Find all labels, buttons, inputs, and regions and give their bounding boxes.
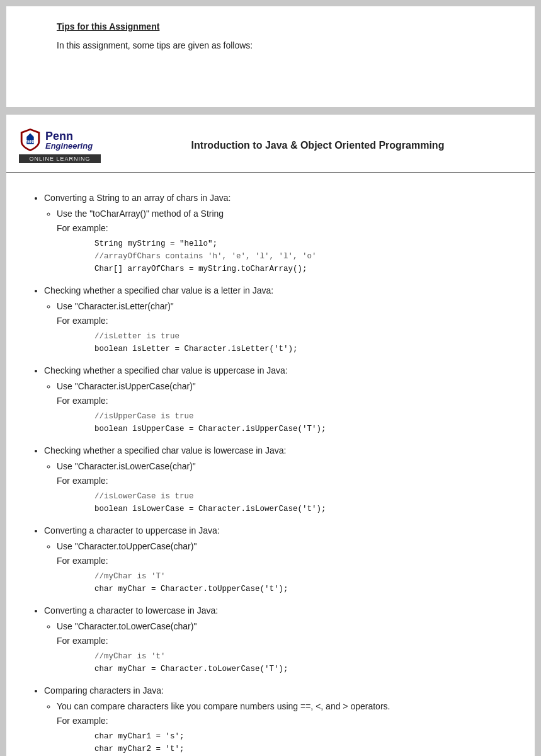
top-card: Tips for this Assignment In this assignm… — [6, 6, 535, 107]
penn-text: Penn Engineering — [45, 130, 93, 150]
tip-text: Comparing characters in Java: — [44, 685, 164, 696]
tip-text: Converting a String to an array of chars… — [44, 193, 231, 203]
sub-list: Use "Character.toUpperCase(char)" For ex… — [44, 540, 503, 595]
code-block: //isLowerCase is true boolean isLowerCas… — [94, 490, 503, 515]
list-item: Use "Character.toLowerCase(char)" For ex… — [57, 620, 503, 675]
code-block: //isLetter is true boolean isLetter = Ch… — [94, 330, 503, 355]
list-item: Use "Character.toUpperCase(char)" For ex… — [57, 540, 503, 595]
tip-text: Checking whether a specified char value … — [44, 445, 286, 455]
code-block: //isUpperCase is true boolean isUpperCas… — [94, 410, 503, 435]
top-card-intro: In this assignment, some tips are given … — [57, 40, 510, 50]
top-card-title: Tips for this Assignment — [57, 21, 510, 32]
code-block: //myChar is 't' char myChar = Character.… — [94, 650, 503, 675]
code-block: String myString = "hello"; //arrayOfChar… — [94, 238, 503, 275]
tip-text: Checking whether a specified char value … — [44, 285, 273, 295]
engineering-label: Engineering — [45, 142, 93, 150]
list-item: Converting a String to an array of chars… — [44, 192, 503, 275]
sub-list: Use "Character.isUpperCase(char)" For ex… — [44, 380, 503, 435]
list-item: You can compare characters like you comp… — [57, 700, 503, 756]
list-item: Checking whether a specified char value … — [44, 284, 503, 355]
logo-area: PENN Penn Engineering ONLINE LEARNING — [19, 127, 101, 163]
list-item: Checking whether a specified char value … — [44, 364, 503, 435]
list-item: Use "Character.isLowerCase(char)" For ex… — [57, 460, 503, 515]
penn-label: Penn — [45, 130, 93, 142]
online-learning-bar: ONLINE LEARNING — [19, 154, 101, 163]
list-item: Comparing characters in Java: You can co… — [44, 684, 503, 756]
for-example-label: For example: — [57, 474, 503, 488]
content-area: Converting a String to an array of chars… — [6, 185, 535, 756]
tip-text: Converting a character to uppercase in J… — [44, 525, 220, 536]
list-item: Use "Character.isLetter(char)" For examp… — [57, 300, 503, 355]
penn-shield-icon: PENN — [19, 127, 42, 152]
tip-text: Converting a character to lowercase in J… — [44, 605, 218, 616]
page-wrapper: Tips for this Assignment In this assignm… — [6, 6, 535, 756]
logo-name: PENN Penn Engineering — [19, 127, 93, 152]
list-item: Use the "toCharArray()" method of a Stri… — [57, 207, 503, 275]
card-header: PENN Penn Engineering ONLINE LEARNING In… — [6, 115, 535, 173]
for-example-label: For example: — [57, 554, 503, 568]
sub-list: Use "Character.isLetter(char)" For examp… — [44, 300, 503, 355]
list-item: Converting a character to uppercase in J… — [44, 524, 503, 595]
for-example-label: For example: — [57, 714, 503, 728]
for-example-label: For example: — [57, 314, 503, 328]
for-example-label: For example: — [57, 222, 503, 235]
sub-list: Use "Character.isLowerCase(char)" For ex… — [44, 460, 503, 515]
list-item: Converting a character to lowercase in J… — [44, 604, 503, 675]
list-item: Checking whether a specified char value … — [44, 444, 503, 515]
for-example-label: For example: — [57, 394, 503, 408]
main-card: PENN Penn Engineering ONLINE LEARNING In… — [6, 115, 535, 756]
tip-text: Checking whether a specified char value … — [44, 365, 288, 375]
sub-list: Use "Character.toLowerCase(char)" For ex… — [44, 620, 503, 675]
code-block: //myChar is 'T' char myChar = Character.… — [94, 570, 503, 595]
code-block: char myChar1 = 's'; char myChar2 = 't'; … — [94, 730, 503, 756]
sub-list: Use the "toCharArray()" method of a Stri… — [44, 207, 503, 275]
list-item: Use "Character.isUpperCase(char)" For ex… — [57, 380, 503, 435]
for-example-label: For example: — [57, 634, 503, 648]
svg-text:PENN: PENN — [25, 139, 37, 144]
sub-list: You can compare characters like you comp… — [44, 700, 503, 756]
course-title: Introduction to Java & Object Oriented P… — [120, 140, 516, 151]
tips-list: Converting a String to an array of chars… — [31, 192, 503, 756]
